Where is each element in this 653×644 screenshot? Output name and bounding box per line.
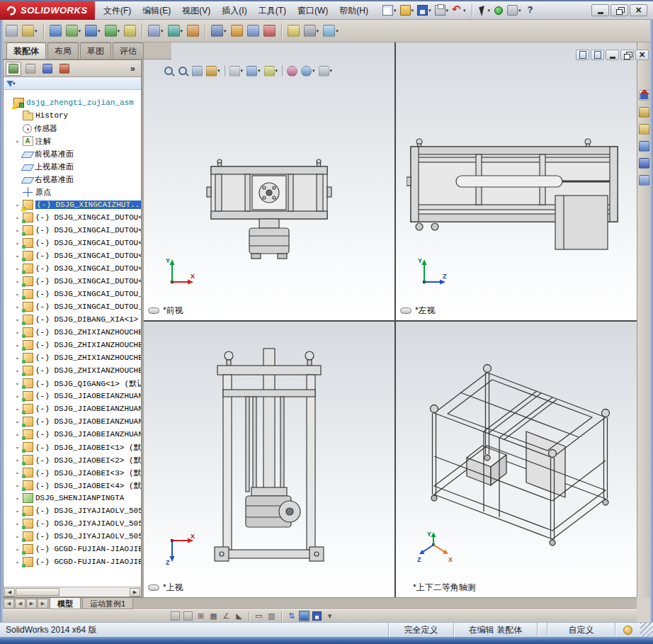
dropdown-caret-icon[interactable]: ▾ — [276, 68, 278, 74]
toolbar-move-component-button[interactable]: ▾ — [103, 22, 122, 40]
tree-item[interactable]: 传感器 — [4, 122, 141, 135]
restore-window-button[interactable] — [611, 4, 628, 16]
scroll-next-button[interactable]: ▶ — [26, 599, 37, 609]
displaymanager-tab[interactable] — [57, 62, 72, 76]
tree-item[interactable]: ▸(-) DSJG_JIAOBEIANZHUAN — [4, 428, 141, 441]
resize-grip-icon[interactable] — [640, 623, 653, 637]
command-tab-3[interactable]: 评估 — [113, 43, 144, 59]
viewport-apply-scene-button[interactable]: ▾ — [300, 64, 317, 78]
new-document-button[interactable]: ▾ — [381, 3, 398, 18]
custom-properties-button[interactable] — [637, 171, 651, 188]
expand-toggle-icon[interactable]: ▸ — [15, 227, 21, 234]
expand-toggle-icon[interactable]: ▸ — [15, 278, 21, 285]
options-button[interactable]: ▾ — [506, 3, 523, 18]
measure-button[interactable] — [170, 611, 181, 621]
toolbar-exploded-view-button[interactable] — [229, 22, 244, 40]
tree-item[interactable]: ▸(-) DSJG_XINGCAI_DUTOU_ — [4, 300, 141, 313]
dropdown-caret-icon[interactable]: ▾ — [161, 28, 164, 34]
dropdown-caret-icon[interactable]: ▾ — [317, 28, 319, 34]
save-button[interactable]: ▾ — [416, 3, 433, 18]
scroll-prev-button[interactable]: ◀ — [15, 599, 25, 609]
minimize-window-button[interactable] — [591, 4, 609, 16]
panel-splitter[interactable] — [142, 60, 144, 597]
toolbar-take-snapshot-button[interactable]: ▾ — [322, 22, 340, 40]
toolbar-edit-component-button[interactable] — [4, 22, 19, 40]
expand-toggle-icon[interactable]: ▸ — [15, 559, 21, 565]
angle-alt-button[interactable]: ◣ — [234, 611, 244, 621]
expand-toggle-icon[interactable]: ▸ — [15, 329, 21, 336]
dropdown-caret-icon[interactable]: ▾ — [518, 8, 521, 13]
save-view-button[interactable] — [312, 611, 322, 621]
dropdown-caret-icon[interactable]: ▾ — [411, 8, 414, 13]
toolbar-interference-detection-button[interactable] — [262, 22, 277, 40]
tree-item[interactable]: ▸(-) DSJG_XINGCAI_DUTOU< — [4, 275, 141, 288]
viewport-front[interactable]: Y X *前视 — [144, 43, 394, 320]
dropdown-caret-icon[interactable]: ▾ — [488, 8, 491, 13]
toolbar-new-motion-study-button[interactable] — [186, 22, 200, 40]
dropdown-caret-icon[interactable]: ▾ — [224, 28, 227, 34]
expand-toggle-icon[interactable]: ▸ — [15, 406, 21, 412]
dropdown-caret-icon[interactable]: ▾ — [463, 8, 466, 13]
toolbar-show-hidden-components-button[interactable] — [123, 22, 137, 40]
tree-item[interactable]: ▸DSJG_SHENJIANPINGTA — [4, 492, 141, 504]
scroll-left-button[interactable]: ◀ — [4, 588, 15, 597]
viewport-edit-appearance-button[interactable] — [285, 64, 299, 78]
panel-expand-chevron[interactable]: » — [130, 63, 139, 74]
print-button[interactable]: ▾ — [433, 3, 450, 18]
expand-toggle-icon[interactable]: ▸ — [15, 266, 21, 272]
menu-item[interactable]: 文件(F) — [98, 3, 137, 18]
expand-toggle-icon[interactable]: ▸ — [15, 444, 21, 451]
menu-item[interactable]: 视图(V) — [176, 3, 216, 18]
command-tab-2[interactable]: 草图 — [80, 43, 111, 59]
toolbar-explode-line-sketch-button[interactable] — [246, 22, 261, 40]
configurationmanager-tab[interactable] — [40, 62, 55, 76]
dropdown-caret-icon[interactable]: ▾ — [394, 8, 397, 13]
expand-toggle-icon[interactable]: ▸ — [15, 431, 21, 438]
propertymanager-tab[interactable] — [23, 62, 38, 76]
toolbar-assembly-features-button[interactable]: ▾ — [147, 22, 165, 40]
expand-toggle-icon[interactable]: ▸ — [15, 533, 21, 540]
tree-item[interactable]: ▸(-) DSJG_ZHIXIANZHOUCHE — [4, 326, 141, 339]
tree-item[interactable]: 原点 — [4, 186, 141, 198]
tree-item[interactable]: ▸(-) DSJG_JIAOBEIANZHUAN — [4, 402, 141, 415]
expand-toggle-icon[interactable]: ▸ — [15, 215, 21, 221]
mass-properties-button[interactable] — [183, 611, 193, 621]
dropdown-caret-icon[interactable]: ▾ — [35, 28, 38, 34]
grid-fine-button[interactable]: ▦ — [208, 611, 219, 621]
scrollbar-thumb[interactable] — [16, 588, 59, 596]
tree-item[interactable]: ▸注解 — [4, 135, 141, 147]
split-columns-button[interactable]: ▥ — [266, 611, 277, 621]
grid-button[interactable]: ⊞ — [195, 611, 206, 621]
expand-toggle-icon[interactable]: ▸ — [15, 253, 21, 259]
tree-item[interactable]: ▸(-) DSJG_ZHIXIANZHOUCHE — [4, 351, 141, 364]
expand-toggle-icon[interactable]: ▸ — [15, 240, 21, 247]
tree-item[interactable]: ▸(-) DSJG_JIAOBEI<3> (默认 — [4, 466, 141, 479]
tree-item[interactable]: ▸(-) DSJG_XINGCAI_DUTOU< — [4, 249, 141, 262]
scroll-last-button[interactable]: ▶ — [38, 599, 48, 609]
tree-item[interactable]: ▸(-) DSJG_XINGCAI_DUTOU< — [4, 211, 141, 224]
viewport-isometric[interactable]: Y X Z *上下二等角轴测 — [396, 322, 637, 597]
expand-toggle-icon[interactable]: ▸ — [15, 521, 21, 527]
tree-item[interactable]: ▸(-) DSJG_JIYAJIAOLV_505 — [4, 530, 141, 543]
expand-toggle-icon[interactable]: ▸ — [15, 202, 21, 208]
tree-item[interactable]: History — [4, 109, 141, 122]
viewport-top[interactable]: X Z *上视 — [144, 322, 394, 597]
toolbar-external-references-button[interactable]: ▾ — [302, 22, 321, 40]
tree-item[interactable]: ▸(-) DSJG_XINGCAI_DUTOU< — [4, 224, 141, 237]
toolbar-reference-geometry-button[interactable]: ▾ — [166, 22, 185, 40]
viewport-section-view-button[interactable]: ▾ — [205, 64, 222, 78]
tree-horizontal-scrollbar[interactable]: ◀ ▶ — [4, 587, 141, 597]
toolbar-mate-button[interactable] — [48, 22, 63, 40]
expand-toggle-icon[interactable]: ▸ — [15, 342, 21, 349]
tree-item[interactable]: 前视基准面 — [4, 147, 141, 160]
expand-toggle-icon[interactable]: ▸ — [15, 393, 21, 400]
tree-item[interactable]: 右视基准面 — [4, 173, 141, 186]
tree-item[interactable]: ▸(-) DSJG_JIAOBEI<2> (默认 — [4, 453, 141, 466]
viewport-previous-view-button[interactable] — [191, 64, 204, 78]
close-window-button[interactable] — [630, 4, 647, 16]
tree-item[interactable]: ▸(-) GCGD-FUJIAN-JIAOJIE — [4, 555, 141, 568]
viewport-zoom-to-fit-button[interactable] — [162, 64, 176, 78]
bottom-tab-1[interactable]: 运动算例1 — [82, 598, 133, 609]
dropdown-caret-icon[interactable]: ▾ — [446, 8, 449, 13]
dropdown-caret-icon[interactable]: ▾ — [312, 68, 315, 74]
